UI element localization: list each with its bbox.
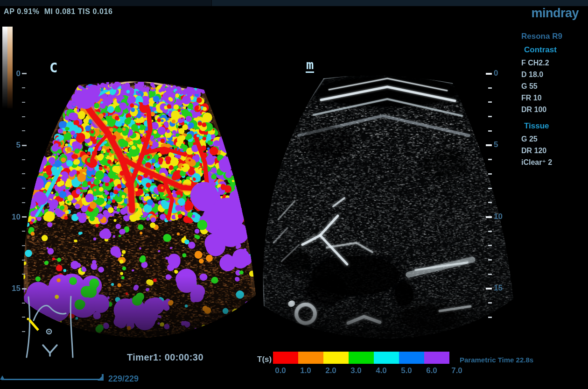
- top-bar: [0, 0, 588, 6]
- ruler-tick: [488, 231, 492, 232]
- ruler-tick: [22, 188, 25, 189]
- image-parameters-panel: Resona R9 Contrast F CH2.2 D 18.0 G 55 F…: [520, 32, 587, 168]
- ruler-tick: [486, 288, 492, 290]
- tissue-dynamic-range: DR 120: [521, 145, 587, 156]
- scale-tick-label: 0.0: [272, 366, 289, 375]
- ruler-tick: [22, 87, 25, 88]
- ruler-tick: [488, 159, 492, 160]
- ultrasound-screen: AP 0.91% MI 0.081 TIS 0.016 mindray Reso…: [0, 0, 588, 389]
- tissue-iclear: iClear⁺ 2: [521, 156, 587, 168]
- ruler-tick: [22, 102, 25, 103]
- depth-label: 15: [5, 284, 21, 293]
- scale-color-swatch: [399, 352, 424, 364]
- time-scale-label: T(s): [257, 355, 272, 364]
- ruler-tick: [488, 317, 492, 318]
- ruler-tick: [488, 202, 492, 203]
- depth-label: 0: [5, 69, 21, 78]
- ruler-tick: [488, 302, 492, 304]
- scale-color-swatch: [298, 352, 323, 364]
- grayscale-colorbar: [2, 27, 13, 108]
- contrast-section-title: Contrast: [524, 45, 587, 55]
- ruler-tick: [486, 144, 492, 146]
- contrast-dynamic-range: DR 100: [521, 104, 587, 115]
- scale-color-swatch: [374, 352, 399, 364]
- ruler-tick: [488, 188, 492, 189]
- ruler-tick: [22, 260, 25, 261]
- contrast-framerate: FR 10: [521, 92, 587, 104]
- probe-mark-icon: [27, 318, 38, 330]
- cine-progress-bar[interactable]: [0, 373, 107, 385]
- top-bar-right-segment: [212, 0, 588, 6]
- scale-tick-label: 3.0: [348, 366, 364, 375]
- depth-label: 15: [494, 283, 503, 293]
- ruler-tick: [22, 288, 27, 290]
- depth-label: 0: [494, 69, 498, 78]
- scale-tick-label: 1.0: [297, 366, 314, 375]
- body-marker: [19, 293, 89, 363]
- grayscale-colorbar-gray: [2, 27, 7, 108]
- ruler-tick: [22, 116, 25, 117]
- scale-tick-label: 4.0: [373, 366, 390, 375]
- ruler-tick: [22, 202, 25, 203]
- scale-tick-label: 2.0: [322, 366, 339, 375]
- window-label-tissue-active: m: [306, 58, 314, 73]
- ruler-tick: [22, 231, 25, 232]
- ruler-tick: [488, 259, 492, 261]
- ruler-tick: [22, 173, 25, 174]
- scale-tick-label: 6.0: [423, 366, 440, 375]
- ruler-tick: [22, 159, 25, 160]
- scale-tick-label: 5.0: [398, 366, 415, 375]
- contrast-frequency: F CH2.2: [521, 57, 587, 69]
- depth-label: 5: [5, 141, 21, 150]
- top-bar-divider: [211, 0, 212, 6]
- navel-dot-icon: [48, 331, 49, 332]
- scale-color-swatch: [424, 352, 449, 364]
- system-name: Resona R9: [521, 32, 587, 41]
- cine-playhead-bar: [102, 374, 104, 381]
- window-label-contrast: C: [49, 62, 57, 75]
- parametric-time-caption: Parametric Time 22.8s: [460, 356, 533, 364]
- contrast-timer: Timer1: 00:00:30: [127, 352, 203, 363]
- ruler-tick: [488, 274, 492, 275]
- ruler-tick: [22, 130, 25, 131]
- acoustic-output-readout: AP 0.91% MI 0.081 TIS 0.016: [4, 7, 113, 16]
- cine-frame-counter: 229/229: [108, 374, 139, 384]
- contrast-gain: G 55: [521, 80, 587, 92]
- contrast-depth: D 18.0: [521, 69, 587, 80]
- ruler-tick: [488, 87, 492, 89]
- depth-label: 5: [494, 140, 498, 149]
- ruler-tick: [22, 274, 25, 275]
- ruler-tick: [488, 173, 492, 175]
- abdomen-outline-icon: [27, 297, 73, 357]
- ruler-tick: [488, 101, 492, 103]
- scale-tick-label: 7.0: [448, 366, 465, 375]
- depth-label: 10: [494, 212, 503, 221]
- ruler-tick: [488, 245, 492, 246]
- mindray-logo: mindray: [531, 6, 579, 21]
- cine-playhead-icon: [98, 376, 102, 381]
- cine-track: [1, 379, 102, 380]
- ruler-tick: [488, 130, 492, 132]
- ruler-tick: [22, 245, 25, 246]
- scale-color-swatch: [349, 352, 374, 364]
- ruler-tick: [486, 216, 492, 218]
- scale-color-swatch: [273, 352, 298, 364]
- ruler-tick: [22, 216, 27, 218]
- depth-label: 10: [5, 212, 21, 222]
- ruler-tick: [22, 73, 27, 74]
- scale-color-swatch: [323, 352, 349, 364]
- ruler-tick: [22, 145, 27, 146]
- tissue-section-title: Tissue: [524, 121, 587, 131]
- ruler-tick: [488, 116, 492, 117]
- tissue-gain: G 25: [521, 133, 587, 145]
- ruler-tick: [486, 73, 492, 75]
- grayscale-colorbar-sepia: [7, 27, 13, 108]
- cine-start-marker-icon: [0, 375, 5, 380]
